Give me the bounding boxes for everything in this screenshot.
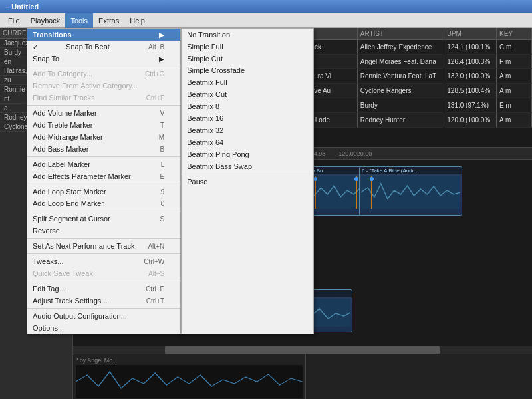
- transitions-dropdown: No Transition Simple Full Simple Cut Sim…: [181, 28, 314, 334]
- separator: [27, 238, 180, 239]
- menu-playback[interactable]: Playback: [25, 13, 66, 28]
- menu-add-treble-marker[interactable]: Add Treble Marker T: [27, 119, 180, 131]
- title-bar: – Untitled: [0, 0, 532, 13]
- transition-beatmix-bass-swap[interactable]: Beatmix Bass Swap: [182, 160, 313, 172]
- track-bpm: 132.0 (100.0%: [444, 69, 497, 83]
- bottom-area: " by Angel Mo... ▶ ⏹: [73, 354, 532, 399]
- separator: [27, 211, 180, 211]
- tools-dropdown: Transitions ▶ Snap To Beat Alt+B Snap To…: [27, 28, 181, 334]
- track-artist: Cyclone Rangers: [358, 84, 445, 98]
- menu-edit-tag[interactable]: Edit Tag... Ctrl+E: [27, 283, 180, 295]
- menu-tools[interactable]: Tools: [65, 13, 93, 28]
- transition-simple-full[interactable]: Simple Full: [182, 41, 313, 53]
- menu-bar: File Playback Tools Extras Help: [0, 13, 532, 28]
- track-artist: Angel Moraes Feat. Dana: [358, 55, 445, 68]
- menu-add-volume-marker[interactable]: Add Volume Marker V: [27, 107, 180, 119]
- menu-set-next-perf[interactable]: Set As Next Performance Track Alt+N: [27, 240, 180, 252]
- preview-deck: " by Angel Mo... ▶ ⏹: [73, 354, 306, 399]
- col-artist-header: ARTIST: [358, 28, 445, 39]
- separator: [27, 253, 180, 254]
- menu-adjust-track[interactable]: Adjust Track Settings... Ctrl+T: [27, 295, 180, 307]
- track-key: C m: [497, 40, 532, 54]
- track-bpm: 120.0 (100.0%: [444, 113, 497, 127]
- transition-simple-crossfade[interactable]: Simple Crossfade: [182, 65, 313, 76]
- transition-beatmix-full[interactable]: Beatmix Full: [182, 76, 313, 88]
- track-bpm: 124.1 (100.1%: [444, 40, 497, 54]
- menu-quick-save-tweak: Quick Save Tweak Alt+S: [27, 267, 180, 279]
- separator: [27, 156, 180, 157]
- track-artist: Ronnie Ventura Feat. LaT: [358, 69, 445, 83]
- track-key: E m: [497, 98, 532, 112]
- menu-add-midrange-marker[interactable]: Add Midrange Marker M: [27, 131, 180, 143]
- track-key: F m: [497, 55, 532, 68]
- col-bpm-header: BPM: [444, 28, 497, 39]
- menu-snap-to[interactable]: Snap To ▶: [27, 53, 180, 65]
- separator: [27, 105, 180, 106]
- transition-no-transition[interactable]: No Transition: [182, 29, 313, 41]
- arrow-icon: ▶: [159, 55, 164, 63]
- track-block-label: 6 - "Take A Ride (Andr...: [360, 167, 462, 174]
- menu-split-segment[interactable]: Split Segment at Cursor S: [27, 213, 180, 225]
- menu-add-label-marker[interactable]: Add Label Marker L: [27, 158, 180, 170]
- menu-add-loop-start[interactable]: Add Loop Start Marker 9: [27, 186, 180, 198]
- menu-extras[interactable]: Extras: [93, 13, 124, 28]
- menu-find-similar: Find Similar Tracks Ctrl+F: [27, 92, 180, 104]
- menu-tweaks[interactable]: Tweaks... Ctrl+W: [27, 255, 180, 267]
- mix-track-take-a-ride[interactable]: 6 - "Take A Ride (Andr...: [359, 166, 462, 216]
- transition-beatmix-ping-pong[interactable]: Beatmix Ping Pong: [182, 148, 313, 160]
- track-bpm: 128.5 (100.4%: [444, 84, 497, 98]
- menu-options[interactable]: Options...: [27, 322, 180, 334]
- menu-audio-output[interactable]: Audio Output Configuration...: [27, 310, 180, 322]
- separator: [27, 281, 180, 281]
- scrollbar-thumb[interactable]: [165, 346, 440, 354]
- track-waveform: [361, 176, 460, 209]
- transition-beatmix-64[interactable]: Beatmix 64: [182, 136, 313, 148]
- menu-transitions[interactable]: Transitions ▶: [27, 29, 180, 41]
- separator: [27, 184, 180, 184]
- track-bpm: 126.4 (100.3%: [444, 55, 497, 68]
- menu-add-effects-marker[interactable]: Add Effects Parameter Marker E: [27, 170, 180, 182]
- menu-snap-to-beat[interactable]: Snap To Beat Alt+B: [27, 41, 180, 53]
- bottom-scroll-area: [306, 354, 533, 399]
- track-artist: Burdy: [358, 98, 445, 112]
- menu-add-loop-end[interactable]: Add Loop End Marker 0: [27, 198, 180, 209]
- separator: [27, 66, 180, 66]
- col-key-header: KEY: [497, 28, 532, 39]
- separator: [182, 174, 313, 174]
- menu-remove-from-category: Remove From Active Category...: [27, 80, 180, 92]
- transition-beatmix-16[interactable]: Beatmix 16: [182, 112, 313, 124]
- preview-waveform: [76, 365, 303, 398]
- preview-label: " by Angel Mo...: [76, 357, 303, 364]
- app-title: – Untitled: [5, 3, 39, 11]
- track-bpm: 131.0 (97.1%): [444, 98, 497, 112]
- menu-add-bass-marker[interactable]: Add Bass Marker B: [27, 143, 180, 155]
- menu-file[interactable]: File: [3, 13, 25, 28]
- arrow-icon: ▶: [159, 31, 164, 39]
- track-key: A m: [497, 84, 532, 98]
- transition-pause[interactable]: Pause: [182, 176, 313, 188]
- track-key: A m: [497, 69, 532, 83]
- transition-beatmix-cut[interactable]: Beatmix Cut: [182, 88, 313, 100]
- track-artist: Allen Jeffrey Experience: [358, 40, 445, 54]
- menu-reverse[interactable]: Reverse: [27, 225, 180, 237]
- menu-help[interactable]: Help: [124, 13, 150, 28]
- dropdown-overlay: Transitions ▶ Snap To Beat Alt+B Snap To…: [0, 28, 314, 334]
- transition-beatmix-8[interactable]: Beatmix 8: [182, 100, 313, 112]
- separator: [27, 308, 180, 309]
- horizontal-scrollbar[interactable]: [73, 346, 532, 354]
- track-artist: Rodney Hunter: [358, 113, 445, 127]
- transition-simple-cut[interactable]: Simple Cut: [182, 53, 313, 65]
- transition-beatmix-32[interactable]: Beatmix 32: [182, 124, 313, 136]
- menu-add-to-category: Add To Category... Ctrl+G: [27, 68, 180, 80]
- track-key: A m: [497, 113, 532, 127]
